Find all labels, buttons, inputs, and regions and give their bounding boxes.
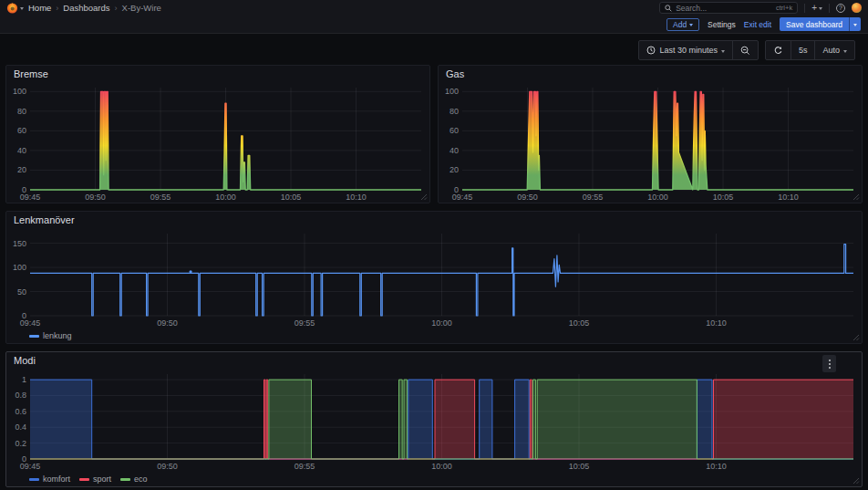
panel-lenkmanoever-title[interactable]: Lenkmanöver — [14, 214, 75, 225]
panel-resize-handle[interactable] — [852, 477, 860, 485]
auto-refresh-chevron-icon — [843, 50, 847, 55]
lenkmanoever-chart[interactable]: 05010015009:4509:5009:5510:0010:0510:10 — [6, 228, 862, 328]
legend-label: lenkung — [43, 331, 72, 340]
new-chevron-down-icon — [819, 7, 822, 12]
panel-row-3: Modi 00.20.40.60.8109:4509:5009:5510:001… — [5, 351, 863, 487]
search-input[interactable] — [676, 4, 772, 13]
svg-text:09:50: 09:50 — [157, 462, 178, 471]
save-dashboard-options-button[interactable] — [849, 17, 861, 31]
exit-edit-button[interactable]: Exit edit — [744, 20, 771, 29]
svg-text:10:00: 10:00 — [647, 193, 668, 202]
breadcrumb-separator: › — [115, 4, 118, 13]
auto-refresh-picker[interactable]: Auto — [814, 41, 854, 59]
panel-resize-handle[interactable] — [852, 193, 860, 201]
svg-text:09:50: 09:50 — [157, 318, 178, 328]
svg-text:1: 1 — [22, 375, 26, 384]
svg-text:20: 20 — [17, 165, 26, 174]
refresh-interval-label[interactable]: 5s — [790, 41, 815, 59]
grafana-logo-menu[interactable] — [6, 2, 24, 14]
svg-text:100: 100 — [13, 87, 26, 96]
search-input-box[interactable]: ctrl+k — [659, 2, 798, 14]
add-button-label: Add — [673, 20, 687, 29]
svg-text:10:05: 10:05 — [569, 462, 590, 471]
save-dashboard-button[interactable]: Save dashboard — [780, 17, 849, 31]
legend-color-chip — [79, 478, 89, 481]
svg-text:40: 40 — [17, 146, 26, 155]
time-range-picker[interactable]: Last 30 minutes — [639, 41, 732, 59]
user-avatar[interactable] — [852, 3, 862, 13]
panel-lenkmanoever: Lenkmanöver 05010015009:4509:5009:5510:0… — [5, 211, 863, 344]
svg-text:80: 80 — [17, 107, 26, 116]
panel-resize-handle[interactable] — [420, 193, 428, 201]
legend-item-komfort[interactable]: komfort — [29, 474, 70, 484]
gas-chart[interactable]: 02040608010009:4509:5009:5510:0010:0510:… — [439, 82, 862, 203]
panel-resize-handle[interactable] — [852, 334, 860, 341]
svg-text:09:45: 09:45 — [20, 462, 41, 471]
interval-text: 5s — [799, 46, 808, 55]
legend-item-lenkung[interactable]: lenkung — [29, 331, 72, 340]
svg-text:0.6: 0.6 — [15, 407, 26, 416]
panel-modi: Modi 00.20.40.60.8109:4509:5009:5510:001… — [5, 351, 863, 487]
breadcrumb-home[interactable]: Home — [28, 3, 51, 13]
save-dashboard-split-button: Save dashboard — [780, 17, 861, 31]
time-range-label: Last 30 minutes — [659, 46, 718, 55]
panel-bremse: Bremse 02040608010009:4509:5009:5510:001… — [5, 65, 430, 203]
new-button[interactable]: + — [811, 3, 822, 13]
auto-refresh-label: Auto — [822, 46, 840, 55]
svg-text:09:55: 09:55 — [294, 318, 315, 328]
svg-text:10:05: 10:05 — [281, 193, 302, 202]
svg-text:50: 50 — [17, 287, 26, 297]
svg-text:09:45: 09:45 — [20, 193, 41, 202]
svg-text:10:00: 10:00 — [215, 193, 236, 202]
svg-text:80: 80 — [450, 107, 459, 116]
svg-text:0.4: 0.4 — [15, 422, 26, 432]
zoom-out-button[interactable] — [732, 41, 758, 59]
svg-text:150: 150 — [13, 239, 26, 248]
panel-modi-header: Modi — [6, 352, 862, 369]
lenkmanoever-legend: lenkung — [6, 328, 862, 343]
logo-chevron-down-icon — [20, 7, 24, 12]
top-nav: Home › Dashboards › X-By-Wire ctrl+k + ? — [0, 0, 868, 16]
legend-color-chip — [29, 335, 39, 338]
svg-text:09:55: 09:55 — [294, 462, 315, 471]
time-range-chevron-icon — [721, 50, 725, 55]
clock-icon — [646, 46, 656, 55]
nav-divider — [804, 4, 805, 13]
panel-gas: Gas 02040608010009:4509:5009:5510:0010:0… — [438, 65, 863, 203]
zoom-out-icon — [740, 46, 750, 56]
help-icon[interactable]: ? — [836, 4, 845, 13]
refresh-button[interactable] — [766, 41, 790, 59]
panel-lenkmanoever-header: Lenkmanöver — [6, 212, 862, 228]
breadcrumb-dashboards[interactable]: Dashboards — [63, 3, 109, 13]
breadcrumb: Home › Dashboards › X-By-Wire — [28, 3, 161, 13]
svg-text:10:10: 10:10 — [778, 193, 799, 202]
panel-gas-title[interactable]: Gas — [446, 68, 464, 79]
svg-text:100: 100 — [13, 263, 26, 272]
panel-bremse-header: Bremse — [6, 66, 429, 82]
legend-label: komfort — [43, 474, 70, 484]
svg-text:09:50: 09:50 — [517, 193, 538, 202]
panel-bremse-title[interactable]: Bremse — [14, 68, 48, 79]
legend-item-sport[interactable]: sport — [79, 474, 111, 484]
add-chevron-down-icon — [689, 24, 693, 28]
breadcrumb-current: X-By-Wire — [122, 3, 161, 13]
refresh-group: 5s Auto — [765, 40, 855, 60]
settings-button[interactable]: Settings — [708, 20, 736, 29]
panel-gas-header: Gas — [439, 66, 862, 82]
add-button[interactable]: Add — [666, 18, 699, 31]
panel-modi-title[interactable]: Modi — [14, 355, 36, 366]
time-controls-bar: Last 30 minutes 5s — [5, 34, 863, 65]
refresh-icon — [773, 46, 783, 56]
svg-text:40: 40 — [450, 146, 459, 155]
svg-text:0.8: 0.8 — [15, 391, 26, 400]
modi-chart[interactable]: 00.20.40.60.8109:4509:5009:5510:0010:051… — [6, 369, 862, 472]
breadcrumb-separator: › — [56, 4, 58, 13]
legend-label: eco — [134, 474, 148, 484]
svg-text:60: 60 — [450, 126, 459, 135]
svg-text:10:05: 10:05 — [713, 193, 734, 202]
panel-menu-kebab-icon[interactable] — [822, 355, 836, 372]
legend-item-eco[interactable]: eco — [120, 474, 148, 484]
legend-color-chip — [120, 478, 130, 481]
dashboard-canvas: Last 30 minutes 5s — [0, 34, 868, 487]
bremse-chart[interactable]: 02040608010009:4509:5009:5510:0010:0510:… — [6, 82, 429, 203]
